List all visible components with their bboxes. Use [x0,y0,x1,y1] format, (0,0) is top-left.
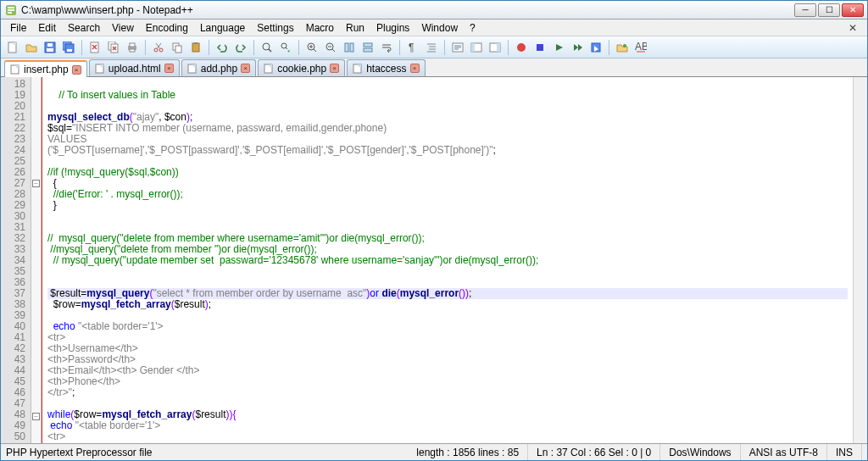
tab-cookie-php[interactable]: cookie.php× [258,59,345,76]
app-icon [4,3,18,17]
window-controls: ─ ☐ ✕ [794,3,864,17]
tab-close-icon[interactable]: × [164,64,174,73]
menu-run[interactable]: Run [340,20,370,36]
status-bar: PHP Hypertext Preprocessor file length :… [1,443,867,460]
close-button[interactable]: ✕ [842,3,864,17]
replace-button[interactable] [277,39,294,56]
menu-macro[interactable]: Macro [300,20,340,36]
paste-button[interactable] [187,39,204,56]
maximize-button[interactable]: ☐ [818,3,840,17]
zoom-out-button[interactable] [322,39,339,56]
abc-button[interactable]: ABC [632,39,649,56]
tab-insert-php[interactable]: insert.php× [4,60,87,77]
file-icon [10,64,20,75]
tab-add-php[interactable]: add.php× [181,59,256,76]
menu-edit[interactable]: Edit [32,20,62,36]
editor-area[interactable]: 1819202122232425262728293031323334353637… [1,77,867,443]
undo-button[interactable] [214,39,231,56]
svg-rect-39 [537,44,543,51]
play-multi-button[interactable] [569,39,586,56]
menu-language[interactable]: Language [194,20,251,36]
svg-rect-28 [345,43,348,52]
menu-window[interactable]: Window [415,20,464,36]
redo-button[interactable] [232,39,249,56]
toolbar-separator [145,40,146,55]
toolbar-separator [444,40,445,55]
toolbar-separator [609,40,609,55]
menu-bar: FileEditSearchViewEncodingLanguageSettin… [1,19,867,36]
menu-view[interactable]: View [106,20,140,36]
indent-guide-button[interactable] [423,39,440,56]
svg-rect-1 [8,7,14,8]
save-macro-button[interactable] [587,39,604,56]
menu-search[interactable]: Search [62,20,106,36]
tab-label: cookie.php [277,63,326,75]
toolbar-separator [253,40,254,55]
svg-rect-21 [175,46,181,53]
svg-point-24 [263,43,270,50]
app-window: C:\wamp\www\insert.php - Notepad++ ─ ☐ ✕… [0,0,868,461]
svg-rect-17 [130,49,135,52]
tab-close-icon[interactable]: × [241,64,250,73]
svg-text:¶: ¶ [409,42,414,53]
file-icon [187,64,198,74]
menubar-close-icon[interactable]: ✕ [842,22,864,34]
zoom-in-button[interactable] [303,39,320,56]
menu-settings[interactable]: Settings [251,20,299,36]
tab-label: htaccess [366,63,406,75]
menu-plugins[interactable]: Plugins [370,20,415,36]
sync-h-button[interactable] [359,39,376,56]
toolbar: ¶ ABC [1,36,867,58]
svg-rect-50 [270,64,272,67]
vertical-scrollbar[interactable] [853,77,867,443]
menu-[interactable]: ? [464,20,481,36]
window-title: C:\wamp\www\insert.php - Notepad++ [21,4,794,16]
status-filetype: PHP Hypertext Preprocessor file [6,444,161,460]
function-list-button[interactable] [449,39,466,56]
record-macro-button[interactable] [513,39,530,56]
save-button[interactable] [42,39,58,56]
close-all-button[interactable] [105,39,122,56]
cut-button[interactable] [150,39,167,56]
file-icon [95,64,105,74]
menu-encoding[interactable]: Encoding [140,20,194,36]
tab-close-icon[interactable]: × [330,64,339,73]
svg-rect-11 [67,49,72,52]
toolbar-separator [508,40,509,55]
plugin-button[interactable] [614,39,631,56]
svg-text:ABC: ABC [635,42,647,53]
doc-map-button[interactable] [487,39,504,56]
tab-close-icon[interactable]: × [72,65,81,75]
play-macro-button[interactable] [550,39,567,56]
code-content[interactable]: // To insert values in Tablemysql_select… [42,77,853,443]
svg-rect-30 [364,43,372,47]
title-bar[interactable]: C:\wamp\www\insert.php - Notepad++ ─ ☐ ✕ [1,1,867,19]
print-button[interactable] [124,39,141,56]
status-eol[interactable]: Dos\Windows [660,444,740,460]
save-all-button[interactable] [60,39,77,56]
toolbar-separator [81,40,82,55]
minimize-button[interactable]: ─ [794,3,816,17]
status-encoding[interactable]: ANSI as UTF-8 [741,444,827,460]
sync-v-button[interactable] [341,39,358,56]
new-file-button[interactable] [4,39,21,56]
status-length: length : 1856 lines : 85 [408,444,528,460]
copy-button[interactable] [169,39,186,56]
show-all-chars-button[interactable]: ¶ [404,39,421,56]
wordwrap-button[interactable] [378,39,395,56]
open-file-button[interactable] [23,39,40,56]
fold-gutter[interactable]: −− [31,77,42,443]
folder-view-button[interactable] [468,39,485,56]
tab-close-icon[interactable]: × [410,64,420,73]
find-button[interactable] [259,39,275,56]
svg-rect-2 [8,9,14,11]
svg-rect-22 [192,43,199,52]
status-insert-mode[interactable]: INS [827,444,862,460]
stop-macro-button[interactable] [531,39,548,56]
svg-rect-48 [193,64,196,67]
tab-upload-html[interactable]: upload.html× [89,59,180,76]
close-file-button[interactable] [86,39,103,56]
line-number-gutter: 1819202122232425262728293031323334353637… [1,77,31,443]
menu-file[interactable]: File [4,20,32,36]
tab-htaccess[interactable]: htaccess× [347,59,425,76]
